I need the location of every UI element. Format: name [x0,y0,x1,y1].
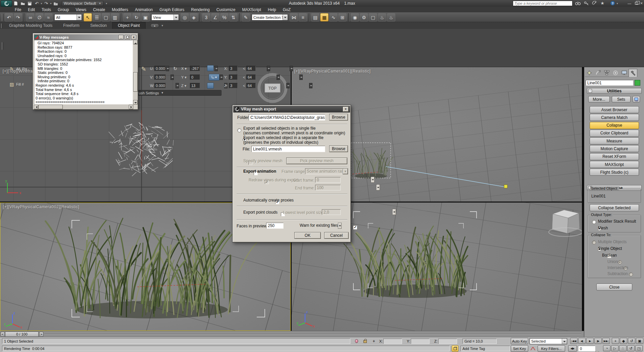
radio-export-single-file[interactable] [237,128,241,132]
warn-for-existing-files-checkbox[interactable] [353,225,357,229]
ribbon-body-grip[interactable] [2,42,3,50]
utilities-rollout-header[interactable]: - Utilities [587,88,642,94]
rendered-frame-window-icon[interactable]: ▢ [369,13,377,21]
move-icon[interactable]: + [123,13,132,21]
ry-field[interactable]: 0 [190,75,200,80]
orbit-subobject-icon[interactable]: ↺ [628,338,635,344]
named-selection-sets-dropdown[interactable]: Create Selection Se [252,14,288,20]
utility-motion-capture-button[interactable]: Motion Capture [590,145,639,152]
utility-reset-xform-button[interactable]: Reset XForm [590,153,639,160]
w-spinner[interactable] [176,83,179,88]
ok-button[interactable]: OK [294,232,321,239]
search-binoculars-icon[interactable] [575,0,581,6]
rotate-paint-icon[interactable]: ↻ [172,65,179,72]
zoom-icon[interactable]: + [612,338,619,344]
vertical-scrollbar[interactable] [133,40,138,104]
utility-asset-browser-button[interactable]: Asset Browser [590,106,639,113]
tab-create[interactable] [585,69,594,77]
play-selected-icon[interactable]: ▷ [611,345,618,351]
u-spinner[interactable] [166,66,169,71]
select-and-link-icon[interactable]: ∞ [26,13,35,21]
paint-brush-icon[interactable]: ✎ [140,65,148,73]
x-coordinate-field[interactable] [383,339,402,344]
add-time-tag-field[interactable]: Add Time Tag [460,346,510,351]
utility-camera-match-button[interactable]: Camera Match [590,114,639,121]
scroll-up-icon[interactable] [133,40,138,44]
3ds-max-logo-icon[interactable] [1,0,12,7]
menu-edit[interactable]: Edit [24,7,38,12]
tab-motion[interactable] [611,69,620,77]
open-file-icon[interactable] [20,1,26,6]
utility-measure-button[interactable]: Measure [590,137,639,144]
previous-frame-button[interactable]: ◀| [578,338,586,344]
marquee-region-icon[interactable]: ▢ [102,13,110,21]
horizontal-scrollbar[interactable] [34,105,133,109]
menu-customize[interactable]: Customize [213,7,239,12]
window-close-button[interactable]: × [131,35,136,39]
ribbon-toggle-icon[interactable]: ▦ [320,13,329,21]
z-coordinate-field[interactable] [438,339,457,344]
use-pivot-center-icon[interactable]: ◎ [181,13,189,21]
px-field[interactable]: 3 [229,66,238,71]
time-configuration-icon[interactable]: ◔ [603,345,610,351]
key-step-toggle[interactable]: ◀▶ [568,345,577,352]
undo-icon[interactable]: ↶ [5,13,13,21]
menu-rendering[interactable]: Rendering [188,7,213,12]
undo-dropdown-caret[interactable]: ▼ [40,2,43,5]
maximize-viewport-toggle-icon[interactable]: ◳ [635,345,643,351]
rotate-icon[interactable]: ↻ [132,13,141,21]
curve-editor-icon[interactable]: ∿ [329,13,338,21]
u-field[interactable]: 0.000 [154,66,166,71]
rx-spinner[interactable] [214,66,218,71]
set-key-button[interactable]: Set Key [511,345,528,352]
distribution-dropdown-icon[interactable]: l₁₂ ▾ [209,74,219,81]
angle-snap-icon[interactable]: ∠ [211,13,219,21]
rz-field[interactable]: 13 [190,83,200,88]
pz-max-field[interactable]: 64 [246,83,256,88]
workspace-selector[interactable]: Workspace: Default ▼ [62,1,103,6]
tab-object-paint[interactable]: Object Paint [112,22,145,29]
pz-field[interactable]: 3 [229,83,238,88]
edit-named-selections-icon[interactable]: ✎ [242,13,250,21]
undo-quick-icon[interactable]: ↶ [34,1,40,6]
window-maximize-button[interactable] [125,35,130,39]
scatter-icon[interactable] [207,65,214,71]
utility-maxscript-button[interactable]: MAXScript [590,161,639,168]
py-field[interactable]: 3 [229,75,238,80]
auto-key-button[interactable]: Auto Key [511,338,528,344]
redo-dropdown-caret[interactable]: ▼ [50,2,52,5]
y-coordinate-field[interactable] [411,339,430,344]
time-slider-thumb[interactable]: 0 / 100 [5,332,39,337]
pz-max-spinner[interactable] [309,83,312,88]
py-max-field[interactable]: 64 [246,75,256,80]
ribbon-minimize-button[interactable]: ▲ [150,24,159,28]
isolate-selection-icon[interactable] [353,338,360,344]
tab-display[interactable] [620,69,629,77]
selection-lock-icon[interactable] [362,338,368,344]
v-field[interactable]: 0.000 [154,75,166,80]
vray-mesh-export-dialog[interactable]: VRay mesh export × Folder: C:\Users\SKYM… [232,105,351,243]
next-frame-button[interactable]: |▶ [594,338,602,344]
ry-spinner[interactable] [219,75,223,80]
dialog-title-bar[interactable]: VRay mesh export × [233,106,350,113]
viewport-camera001-label[interactable]: [+][VRayPhysicalCamera001][Realistic] [294,69,371,74]
vray-messages-window[interactable]: V-Ray messages _ × GI rays: 794824 Refle… [33,33,138,110]
reference-coordinate-dropdown[interactable]: View [151,14,179,20]
current-frame-field[interactable]: 0 [578,346,595,351]
menu-views[interactable]: Views [72,7,90,12]
py-max-spinner[interactable] [299,75,303,80]
new-scene-icon[interactable] [13,1,18,6]
menu-graph-editors[interactable]: Graph Editors [156,7,188,12]
ribbon-grip[interactable] [1,24,3,28]
paint-objects-icon[interactable]: ✎ [9,66,15,72]
menu-modifiers[interactable]: Modifiers [108,7,132,12]
key-mode-curve-icon[interactable] [530,345,536,352]
select-and-manipulate-icon[interactable]: ◈ [190,13,198,21]
orbit-camera-icon[interactable]: ↺ [627,345,635,351]
render-iterative-icon[interactable]: ♨ [387,13,395,21]
walk-through-icon[interactable]: ∴ [619,345,627,351]
object-color-swatch[interactable] [635,80,640,86]
search-input[interactable] [513,1,573,6]
redo-quick-icon[interactable]: ↷ [43,1,49,6]
scroll-left-icon[interactable] [34,105,38,109]
